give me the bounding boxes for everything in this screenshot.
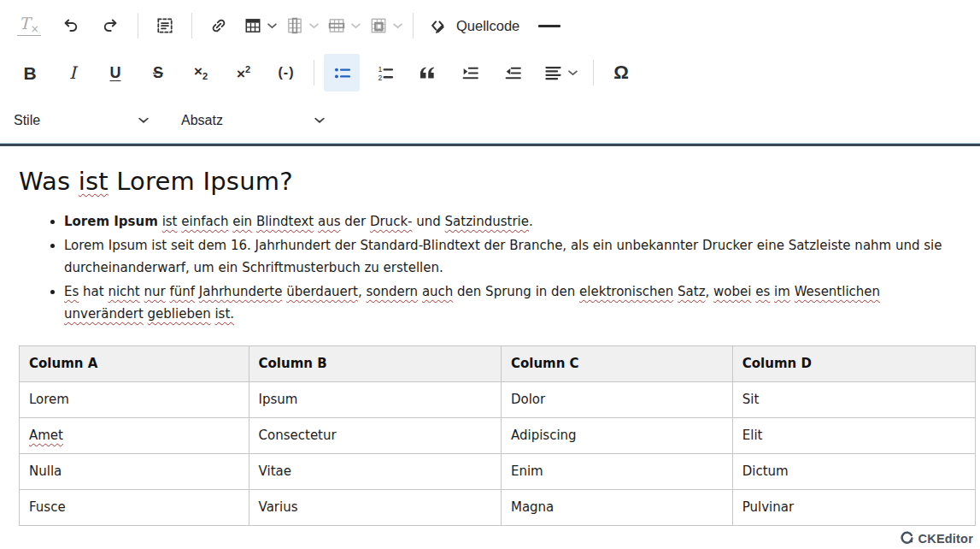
ckeditor-app: T× <box>0 0 980 549</box>
horizontal-line-icon <box>538 25 560 27</box>
table-cell[interactable]: Adipiscing <box>501 417 732 453</box>
text-alignment-icon <box>543 63 563 83</box>
chevron-down-icon <box>267 23 277 29</box>
numbered-list-button[interactable]: 1 2 <box>367 54 402 92</box>
misspelled-word: fünf <box>169 284 195 299</box>
misspelled-word: einfach <box>181 214 228 229</box>
svg-text:2: 2 <box>378 73 382 81</box>
misspelled-word: ist <box>79 167 109 196</box>
table-cell[interactable]: Ipsum <box>249 381 501 417</box>
table-row-button[interactable] <box>327 9 361 42</box>
remove-format-icon: T× <box>17 15 41 36</box>
block-quote-button[interactable] <box>409 54 445 92</box>
subscript-button[interactable]: ×2 <box>183 54 219 92</box>
link-button[interactable] <box>202 9 235 42</box>
table-row: AmetConsecteturAdipiscingElit <box>20 417 976 453</box>
table-header-cell[interactable]: Column C <box>501 345 732 381</box>
table-cell[interactable]: Varius <box>249 489 501 525</box>
chevron-down-icon <box>393 23 402 29</box>
table-cell[interactable]: Sit <box>732 381 975 417</box>
list-item[interactable]: Lorem Ipsum ist einfach ein Blindtext au… <box>64 210 954 233</box>
text-segment: hat <box>79 284 108 299</box>
source-code-button[interactable]: Quellcode <box>424 9 525 42</box>
cell-text: Fusce <box>29 499 66 515</box>
text-segment: den Sprung in den <box>453 284 579 299</box>
soft-hyphen-button[interactable]: (-) <box>268 54 304 92</box>
misspelled-word: nur <box>144 284 166 299</box>
table-cell[interactable]: Nulla <box>20 453 249 489</box>
table-cell[interactable]: Pulvinar <box>732 489 975 525</box>
toolbar-separator <box>138 13 138 38</box>
table-header-cell[interactable]: Column D <box>732 345 975 381</box>
remove-format-button[interactable]: T× <box>13 9 45 42</box>
outdent-button[interactable] <box>495 54 531 92</box>
ckeditor-logo-text: CKEditor <box>918 532 973 546</box>
text-segment: , <box>358 284 367 299</box>
bulleted-list-button[interactable] <box>324 54 360 92</box>
ckeditor-branding-link[interactable]: CKEditor <box>900 531 973 546</box>
table-header-cell[interactable]: Column B <box>249 345 501 381</box>
text-segment: Lorem Ipsum? <box>109 167 293 196</box>
redo-icon <box>102 16 120 35</box>
editor-content-area[interactable]: Was ist Lorem Ipsum? Lorem Ipsum ist ein… <box>0 146 980 549</box>
underline-button[interactable]: U <box>97 54 133 92</box>
omega-icon: Ω <box>613 63 629 82</box>
list-item[interactable]: Lorem Ipsum ist seit dem 16. Jahrhundert… <box>64 234 954 280</box>
table-header-cell[interactable]: Column A <box>20 345 249 381</box>
chevron-down-icon <box>138 117 149 124</box>
indent-button[interactable] <box>452 54 488 92</box>
chevron-down-icon <box>309 23 319 29</box>
misspelled-word: ist. <box>214 306 234 322</box>
styles-dropdown-label: Stile <box>14 113 40 128</box>
table-body: LoremIpsumDolorSitAmetConsecteturAdipisc… <box>20 381 976 525</box>
table-cell[interactable]: Amet <box>20 417 249 453</box>
horizontal-line-button[interactable] <box>533 9 566 42</box>
table-cell[interactable]: Dictum <box>732 453 975 489</box>
table-column-button[interactable] <box>285 9 319 42</box>
strikethrough-button[interactable]: S <box>140 54 176 92</box>
misspelled-word: aus <box>318 214 341 229</box>
misspelled-word: geblieben <box>148 306 211 322</box>
undo-icon <box>61 16 79 35</box>
table-cell[interactable]: Consectetur <box>249 417 501 453</box>
toolbar-separator <box>191 13 192 38</box>
toolbar-separator <box>314 60 314 86</box>
misspelled-word: Druck- <box>370 214 413 229</box>
superscript-button[interactable]: ×2 <box>226 54 261 92</box>
undo-button[interactable] <box>54 9 86 42</box>
paragraph-format-dropdown[interactable]: Absatz <box>178 103 333 138</box>
indent-icon <box>461 63 480 83</box>
table-cell[interactable]: Fusce <box>20 489 249 525</box>
table-cell[interactable]: Elit <box>732 417 975 453</box>
table-row: NullaVitaeEnimDictum <box>20 453 976 489</box>
misspelled-word: Jahrhunderte <box>199 284 283 299</box>
special-characters-button[interactable]: Ω <box>603 54 639 92</box>
select-all-icon <box>156 16 174 35</box>
italic-button[interactable]: I <box>55 54 91 92</box>
text-alignment-button[interactable] <box>537 54 584 92</box>
merge-cells-button[interactable] <box>369 9 402 42</box>
cell-text: Pulvinar <box>742 499 794 515</box>
misspelled-word: wobei <box>713 284 751 299</box>
misspelled-word: nicht <box>108 284 139 299</box>
styles-dropdown[interactable]: Stile <box>10 103 157 138</box>
cell-text: Varius <box>259 499 298 515</box>
redo-button[interactable] <box>95 9 127 42</box>
insert-table-button[interactable] <box>244 9 277 42</box>
misspelled-word: Amet <box>29 428 63 443</box>
table-cell[interactable]: Enim <box>501 453 732 489</box>
select-all-button[interactable] <box>149 9 181 42</box>
paragraph-format-label: Absatz <box>181 113 223 128</box>
table-cell[interactable]: Dolor <box>501 381 732 417</box>
table-cell[interactable]: Magna <box>501 489 732 525</box>
bold-button[interactable]: B <box>12 54 48 92</box>
table-cell[interactable]: Vitae <box>249 453 501 489</box>
toolbar-separator <box>413 13 414 38</box>
cell-text: Adipiscing <box>511 428 577 443</box>
table-cell[interactable]: Lorem <box>20 381 249 417</box>
list-item[interactable]: Es hat nicht nur fünf Jahrhunderte überd… <box>64 280 954 326</box>
text-segment: . <box>529 214 533 229</box>
strikethrough-icon: S <box>153 65 163 80</box>
toolbar: T× <box>0 0 980 143</box>
table-row: FusceVariusMagnaPulvinar <box>20 489 976 525</box>
